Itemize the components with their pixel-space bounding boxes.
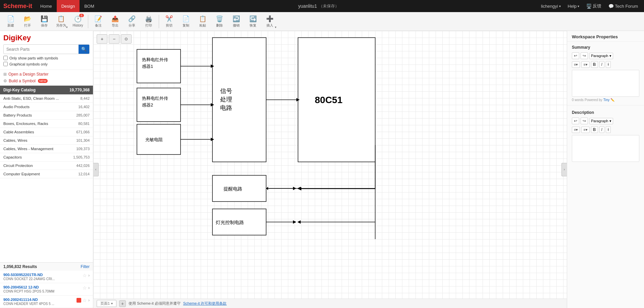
schematic-canvas[interactable]: 热释电红外传 感器1 热释电红外传 感器2 光敏电阻 信号 处理 电路 80C5…	[93, 31, 567, 299]
filter-button[interactable]: Filter	[81, 264, 90, 269]
new-button[interactable]: 📄 新建	[3, 13, 19, 30]
desc-paragraph-select[interactable]: Paragraph ▾	[589, 118, 613, 124]
summary-redo-btn[interactable]: ↪	[581, 52, 588, 59]
undo-button[interactable]: ↩️ 撤销	[228, 13, 244, 30]
history-button[interactable]: 6 🕐 History	[70, 13, 86, 30]
catalog-item[interactable]: Cables, Wires101,304	[0, 136, 93, 145]
catalog-item-count: 442,026	[76, 164, 90, 168]
catalog-item[interactable]: Circuit Protection442,026	[0, 162, 93, 170]
catalog-item[interactable]: Computer Equipment12,014	[0, 170, 93, 178]
page-tab-dropdown[interactable]: ▾	[111, 302, 113, 305]
summary-paragraph-select[interactable]: Paragraph ▾	[589, 53, 613, 59]
product-item[interactable]: 900-5030952201TR-NDCONN SOCKET 22-24AWG …	[0, 271, 93, 283]
catalog-item[interactable]: Anti-Static, ESD, Clean Room ...8,442	[0, 94, 93, 103]
paste-button[interactable]: 📋 粘贴	[195, 13, 211, 30]
nav-design[interactable]: Design	[57, 0, 80, 12]
only-symbols-checkbox[interactable]	[3, 56, 8, 60]
cut-button[interactable]: ✂️ 剪切	[161, 13, 177, 30]
catalog-header[interactable]: Digi-Key Catalog 19,770,368	[0, 86, 93, 94]
toggle-sidebar-right[interactable]: ›	[561, 163, 567, 176]
product-item[interactable]: 900-2002411114-NDCONN HEADER VERT 4POS 5…	[0, 296, 93, 308]
summary-text-area[interactable]	[572, 70, 639, 97]
edit-icon[interactable]: ✏️	[610, 98, 614, 102]
catalog-item[interactable]: Boxes, Enclosures, Racks80,581	[0, 120, 93, 128]
star-icon[interactable]: ☆	[83, 285, 87, 291]
desc-text-area[interactable]	[572, 135, 639, 162]
summary-bold-btn[interactable]: B	[591, 61, 598, 68]
nav-bom[interactable]: BOM	[80, 0, 99, 12]
word-count-text: 0 words	[572, 98, 584, 102]
notes-icon: 📝	[95, 15, 102, 23]
open-button[interactable]: 📂 打开	[19, 13, 36, 30]
zoom-out-button[interactable]: −	[109, 34, 119, 44]
catalog-item[interactable]: Capacitors1,505,753	[0, 153, 93, 162]
desc-strikethrough-btn[interactable]: I	[606, 126, 611, 133]
user-menu[interactable]: lichengyi ▾	[538, 0, 563, 12]
desc-redo-btn[interactable]: ↪	[581, 118, 588, 124]
notes-button[interactable]: 📝 备注	[90, 13, 106, 30]
toggle-sidebar-left[interactable]: ‹	[93, 163, 99, 176]
product-list: 900-5030952201TR-NDCONN SOCKET 22-24AWG …	[0, 271, 93, 308]
build-symbol-link[interactable]: ⚙ Build a Symbol NEW	[3, 78, 90, 84]
catalog-item[interactable]: Audio Products16,402	[0, 103, 93, 111]
desc-list-unordered-btn[interactable]: ≡▾	[572, 127, 580, 133]
desc-undo-btn[interactable]: ↩	[572, 118, 579, 124]
search-button[interactable]: 🔍	[79, 45, 89, 54]
product-icon-red[interactable]	[77, 298, 81, 303]
toolbar: 📄 新建 📂 打开 💾 保存 📋 另存为 6 🕐 History 📝 备注 📤 …	[0, 12, 644, 31]
arrow-icon[interactable]: ›	[88, 285, 90, 290]
project-title-area: yuanlitu1 （未保存）	[99, 3, 538, 9]
catalog-item[interactable]: Cable Assemblies671,066	[0, 128, 93, 136]
insert-button[interactable]: ➕ 插入	[262, 13, 278, 30]
redo-button[interactable]: ↪️ 恢复	[245, 13, 261, 30]
catalog-item-count: 80,581	[78, 122, 90, 126]
print-button[interactable]: 🖨️ 打印	[141, 13, 157, 30]
page-tab-1[interactable]: 页面1 ▾	[97, 300, 116, 307]
copy-button[interactable]: 📄 复制	[178, 13, 194, 30]
summary-undo-btn[interactable]: ↩	[572, 52, 579, 59]
arrow-icon[interactable]: ›	[88, 273, 90, 278]
desc-list-ordered-btn[interactable]: ≡▾	[581, 127, 589, 133]
catalog-item-count: 12,014	[78, 172, 90, 176]
summary-list-unordered-btn[interactable]: ≡▾	[572, 61, 580, 68]
share-button[interactable]: 🔗 分享	[124, 13, 140, 30]
summary-list-ordered-btn[interactable]: ≡▾	[581, 61, 589, 68]
feedback-icon: 🖥️	[586, 4, 592, 9]
tiny-link[interactable]: Tiny	[603, 98, 610, 102]
open-design-link[interactable]: ⊞ Open a Design Starter	[3, 71, 90, 77]
export-button[interactable]: 📤 导出	[107, 13, 123, 30]
help-menu[interactable]: Help ▾	[565, 0, 582, 12]
summary-italic-btn[interactable]: I	[599, 61, 604, 68]
canvas-area[interactable]: + − ⊙ ‹ › 热释电红外传 感器1 热释电红外传 感器2 光敏电阻	[93, 31, 567, 308]
product-desc: CONN HEADER VERT 4POS 5 ...	[3, 302, 77, 306]
tech-forum-btn[interactable]: 💬 Tech Forum	[606, 0, 641, 12]
graphical-only-checkbox[interactable]	[3, 62, 8, 66]
catalog-item-name: Computer Equipment	[3, 172, 40, 176]
catalog-item[interactable]: Battery Products285,007	[0, 111, 93, 120]
star-icon[interactable]: ☆	[83, 273, 87, 278]
main-layout: DigiKey 🔍 Only show parts with symbols G…	[0, 31, 644, 308]
schematic-svg[interactable]: 热释电红外传 感器1 热释电红外传 感器2 光敏电阻 信号 处理 电路 80C5…	[93, 31, 567, 299]
graphical-only-row: Graphical symbols only	[3, 62, 90, 66]
catalog-item[interactable]: Cables, Wires - Management109,373	[0, 145, 93, 153]
zoom-reset-button[interactable]: ⊙	[121, 34, 132, 44]
desc-italic-btn[interactable]: I	[599, 126, 604, 133]
nav-home[interactable]: Home	[36, 0, 57, 12]
product-item[interactable]: 900-20045612 12-NDCONN RCPT HSG 2POS 5.7…	[0, 283, 93, 296]
zoom-in-button[interactable]: +	[97, 34, 107, 44]
arrow-icon[interactable]: ›	[88, 298, 90, 303]
save-button[interactable]: 💾 保存	[36, 13, 52, 30]
delete-button[interactable]: 🗑️ 删除	[211, 13, 228, 30]
desc-bold-btn[interactable]: B	[591, 126, 598, 133]
footer-link[interactable]: Scheme-it 许可和使用条款	[183, 301, 227, 306]
undo-icon: ↩️	[233, 15, 240, 23]
help-dropdown-arrow: ▾	[578, 4, 579, 8]
svg-text:光敏电阻: 光敏电阻	[145, 137, 163, 142]
add-page-button[interactable]: +	[119, 300, 126, 307]
search-input[interactable]	[4, 45, 79, 53]
new-icon: 📄	[7, 15, 14, 23]
summary-strikethrough-btn[interactable]: I	[606, 61, 611, 68]
star-icon[interactable]: ☆	[83, 298, 87, 303]
feedback-btn[interactable]: 🖥️ 反馈	[584, 0, 604, 12]
save-as-button[interactable]: 📋 另存为	[53, 13, 69, 30]
